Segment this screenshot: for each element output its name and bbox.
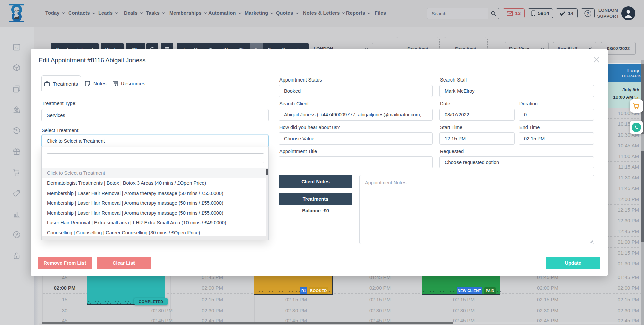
svg-text:12: 12 xyxy=(15,46,18,50)
svg-text:?: ? xyxy=(586,11,589,16)
